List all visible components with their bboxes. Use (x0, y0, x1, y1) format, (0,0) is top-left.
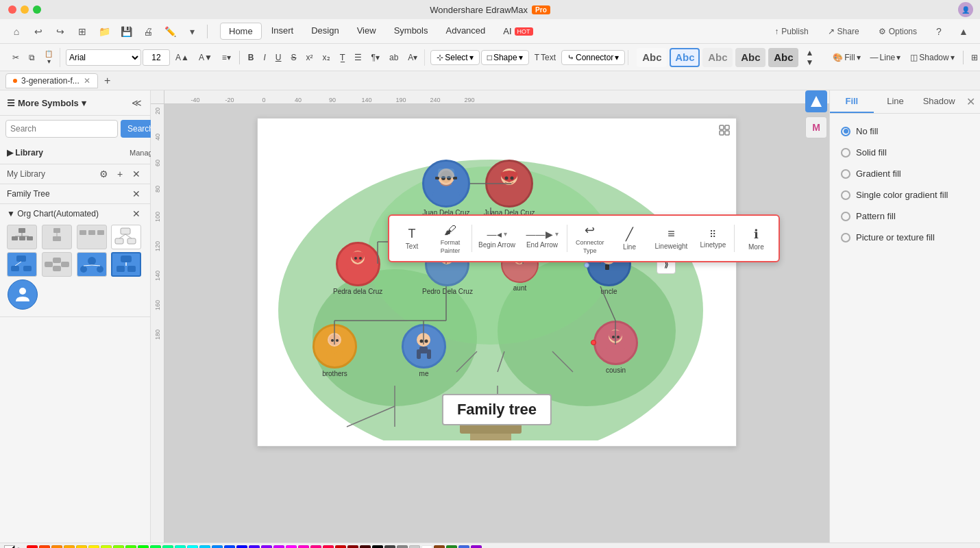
color-swatch[interactable] (64, 545, 75, 549)
color-swatch[interactable] (323, 545, 334, 549)
org-close-btn[interactable]: ✕ (130, 207, 143, 221)
maximize-dot[interactable] (33, 5, 41, 14)
color-swatch[interactable] (446, 545, 457, 549)
cut-button[interactable]: ✂ (8, 51, 23, 64)
font-select[interactable]: Arial (66, 49, 141, 66)
fill-solid[interactable]: Solid fill (837, 142, 973, 163)
org-thumb-4[interactable] (111, 225, 141, 249)
fill-no-fill[interactable]: No fill (837, 121, 973, 142)
undo-icon[interactable]: ↩ (29, 22, 48, 41)
color-swatch[interactable] (76, 545, 87, 549)
shadow-btn[interactable]: ◫ Shadow ▾ (906, 51, 958, 64)
color-swatch[interactable] (310, 545, 321, 549)
bold-btn[interactable]: B (244, 51, 258, 64)
color-swatch[interactable] (273, 545, 284, 549)
styles-more-btn[interactable]: ▲▼ (801, 46, 818, 69)
line-btn[interactable]: — Line ▾ (866, 51, 905, 64)
options-button[interactable]: ⚙Options (872, 24, 924, 39)
align-btn[interactable]: ≡▾ (218, 51, 235, 64)
connector-button[interactable]: ⤷ Connector ▾ (561, 50, 625, 65)
color-swatch[interactable] (421, 545, 432, 549)
text-format-btn[interactable]: T̲ (336, 51, 349, 64)
color-swatch[interactable] (212, 545, 223, 549)
person-cousin[interactable]: cousin (593, 321, 638, 374)
my-lib-settings-btn[interactable]: ⚙ (97, 167, 110, 181)
color-swatch[interactable] (384, 545, 395, 549)
org-thumb-5[interactable] (7, 252, 37, 277)
text-outline-btn[interactable]: ab (385, 51, 402, 64)
org-thumb-7[interactable] (77, 252, 107, 277)
select-button[interactable]: ⊹ Select ▾ (430, 50, 479, 65)
style-3[interactable]: Abc (702, 48, 733, 67)
family-tree-close-btn[interactable]: ✕ (130, 187, 143, 201)
line-tab[interactable]: Line (874, 90, 918, 113)
tab-advanced[interactable]: Advanced (437, 23, 493, 40)
m-icon[interactable]: M (805, 116, 827, 138)
color-swatch[interactable] (187, 545, 198, 549)
style-1[interactable]: Abc (637, 48, 667, 67)
color-swatch[interactable] (175, 545, 186, 549)
style-4[interactable]: Abc (735, 48, 765, 67)
org-thumb-8[interactable] (111, 252, 141, 277)
help-icon[interactable]: ? (929, 22, 948, 41)
doc-tab[interactable]: 3-generation-f... ✕ (5, 73, 98, 88)
my-lib-close-btn[interactable]: ✕ (130, 167, 143, 181)
font-size-input[interactable] (143, 49, 170, 66)
manage-btn[interactable]: Manage (130, 146, 143, 160)
underline-btn[interactable]: U (271, 51, 286, 64)
print-icon[interactable]: 🖨 (138, 22, 158, 41)
color-swatch[interactable] (434, 545, 445, 549)
italic-btn[interactable]: I (259, 51, 269, 64)
color-swatch[interactable] (360, 545, 371, 549)
person-me[interactable]: me (402, 324, 446, 377)
color-swatch[interactable] (286, 545, 297, 549)
person-juana[interactable]: Juana Dela Cruz (484, 160, 535, 216)
person-pedra[interactable]: Pedra dela Cruz (333, 242, 382, 295)
color-swatch[interactable] (224, 545, 235, 549)
list-btn[interactable]: ☰ (350, 51, 366, 64)
ft-lineweight-btn[interactable]: ≡ Lineweight (651, 224, 692, 253)
fill-pattern[interactable]: Pattern fill (837, 206, 973, 227)
tab-insert[interactable]: Insert (263, 23, 302, 40)
default-color-btn[interactable] (4, 545, 15, 549)
open-icon[interactable]: 📁 (95, 22, 114, 41)
color-swatch[interactable] (458, 545, 469, 549)
text-button[interactable]: T Text (530, 51, 560, 64)
tab-view[interactable]: View (349, 23, 384, 40)
color-swatch[interactable] (162, 545, 173, 549)
fill-btn[interactable]: 🎨 Fill ▾ (829, 51, 864, 64)
tab-ai[interactable]: AI HOT (495, 23, 541, 40)
color-swatch[interactable] (150, 545, 161, 549)
paste-button[interactable]: 📋▾ (40, 48, 57, 67)
fill-picture[interactable]: Picture or texture fill (837, 227, 973, 248)
font-size-up[interactable]: A▲ (171, 51, 193, 64)
ft-connector-type-btn[interactable]: ↩ Connector Type (572, 220, 609, 257)
canvas-container[interactable]: Juan Dela Cruz (164, 104, 829, 543)
new-tab-icon[interactable]: ⊞ (73, 22, 92, 41)
color-swatch[interactable] (125, 545, 136, 549)
superscript-btn[interactable]: x² (302, 51, 317, 64)
color-swatch[interactable] (27, 545, 38, 549)
canvas[interactable]: Juan Dela Cruz (257, 118, 737, 447)
minimize-dot[interactable] (21, 5, 29, 14)
shape-button[interactable]: □ Shape ▾ (481, 50, 529, 65)
color-swatch[interactable] (113, 545, 124, 549)
save-icon[interactable]: 💾 (117, 22, 136, 41)
color-swatch[interactable] (397, 545, 408, 549)
ft-more-btn[interactable]: ℹ More (739, 224, 773, 253)
style-5[interactable]: Abc (768, 48, 798, 67)
color-swatch[interactable] (335, 545, 346, 549)
org-thumb-1[interactable] (7, 225, 37, 249)
color-swatch[interactable] (199, 545, 210, 549)
color-swatch[interactable] (138, 545, 149, 549)
color-swatch[interactable] (39, 545, 50, 549)
position-btn[interactable]: ⊞ Position ▾ (967, 51, 980, 64)
font-size-down[interactable]: A▼ (195, 51, 217, 64)
color-swatch[interactable] (409, 545, 420, 549)
person-brothers[interactable]: brothers (313, 324, 357, 377)
edrawmax-icon[interactable] (805, 90, 827, 112)
color-swatch[interactable] (372, 545, 383, 549)
tab-design[interactable]: Design (303, 23, 347, 40)
color-swatch[interactable] (51, 545, 62, 549)
dropdown-icon[interactable]: ▾ (182, 22, 201, 41)
